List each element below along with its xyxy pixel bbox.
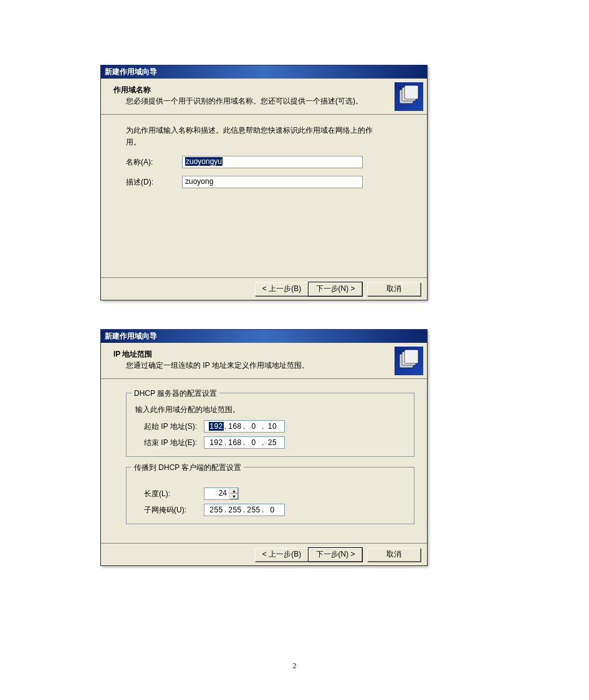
length-spinner[interactable]: 24 ▲ ▼ [204,487,239,500]
cancel-button[interactable]: 取消 [367,548,421,562]
ip-octet-4[interactable]: 0 [265,506,280,514]
group-instruction: 输入此作用域分配的地址范围。 [135,405,405,415]
ip-octet-4[interactable]: 10 [265,422,280,431]
wizard-header-icon [395,347,423,375]
description-input-value: zuoyong [185,177,213,186]
wizard-footer: < 上一步(B) 下一步(N) > 取消 [101,277,427,300]
wizard-header-subtitle: 您必须提供一个用于识别的作用域名称。您还可以提供一个描述(可选)。 [126,96,363,107]
dhcp-server-config-group: DHCP 服务器的配置设置 输入此作用域分配的地址范围。 起始 IP 地址(S)… [126,393,414,457]
ip-octet-1[interactable]: 192 [209,422,224,431]
dhcp-client-config-group: 传播到 DHCP 客户端的配置设置 长度(L): 24 ▲ ▼ 子网掩码(U):… [126,467,414,524]
wizard-header-icon [395,82,423,111]
length-label: 长度(L): [135,489,204,499]
wizard-header: IP 地址范围 您通过确定一组连续的 IP 地址来定义作用域地址范围。 [101,343,427,379]
wizard-header-subtitle: 您通过确定一组连续的 IP 地址来定义作用域地址范围。 [126,360,309,371]
wizard-header: 作用域名称 您必须提供一个用于识别的作用域名称。您还可以提供一个描述(可选)。 [101,79,427,115]
start-ip-label: 起始 IP 地址(S): [135,421,204,432]
back-button[interactable]: < 上一步(B) [255,548,309,562]
description-label: 描述(D): [126,177,182,188]
dialog-title: 新建作用域向导 [105,331,157,342]
dialog-title: 新建作用域向导 [105,67,157,77]
scope-name-wizard-dialog: 新建作用域向导 作用域名称 您必须提供一个用于识别的作用域名称。您还可以提供一个… [100,65,428,300]
end-ip-label: 结束 IP 地址(E): [135,438,204,448]
ip-range-wizard-dialog: 新建作用域向导 IP 地址范围 您通过确定一组连续的 IP 地址来定义作用域地址… [100,329,428,566]
spinner-up-icon[interactable]: ▲ [230,488,238,494]
length-value[interactable]: 24 [204,488,229,499]
start-ip-input[interactable]: 192. 168. 0. 10 [204,420,285,433]
spinner-down-icon[interactable]: ▼ [230,494,238,499]
ip-octet-2[interactable]: 255 [227,506,242,514]
subnet-mask-label: 子网掩码(U): [135,505,204,515]
name-input-value: zuoyongyu [185,157,223,166]
next-button[interactable]: 下一步(N) > [309,548,362,562]
end-ip-input[interactable]: 192. 168. 0. 25 [204,436,285,449]
back-button[interactable]: < 上一步(B) [255,282,309,296]
dialog-titlebar[interactable]: 新建作用域向导 [101,330,427,343]
page-number: 2 [0,661,589,671]
wizard-header-title: IP 地址范围 [113,349,152,360]
wizard-header-title: 作用域名称 [113,85,151,95]
ip-octet-1[interactable]: 192 [209,438,224,447]
ip-octet-3[interactable]: 0 [246,438,261,447]
instruction-text: 为此作用域输入名称和描述。此信息帮助您快速标识此作用域在网络上的作用。 [126,125,377,148]
description-input[interactable]: zuoyong [182,176,363,188]
name-label: 名称(A): [126,157,182,168]
dialog-titlebar[interactable]: 新建作用域向导 [101,65,427,79]
ip-octet-1[interactable]: 255 [209,506,224,514]
wizard-footer: < 上一步(B) 下一步(N) > 取消 [101,543,427,565]
group-legend: 传播到 DHCP 客户端的配置设置 [132,463,244,473]
wizard-content: 为此作用域输入名称和描述。此信息帮助您快速标识此作用域在网络上的作用。 名称(A… [101,115,427,277]
ip-octet-3[interactable]: 255 [246,506,261,514]
next-button[interactable]: 下一步(N) > [309,282,362,296]
subnet-mask-input[interactable]: 255. 255. 255. 0 [204,504,285,516]
ip-octet-2[interactable]: 168 [227,422,242,431]
ip-octet-4[interactable]: 25 [265,438,280,447]
ip-octet-3[interactable]: 0 [246,422,261,431]
ip-octet-2[interactable]: 168 [227,438,242,447]
group-legend: DHCP 服务器的配置设置 [132,388,219,399]
cancel-button[interactable]: 取消 [367,282,421,296]
wizard-content: DHCP 服务器的配置设置 输入此作用域分配的地址范围。 起始 IP 地址(S)… [101,379,427,543]
name-input[interactable]: zuoyongyu [182,156,363,168]
